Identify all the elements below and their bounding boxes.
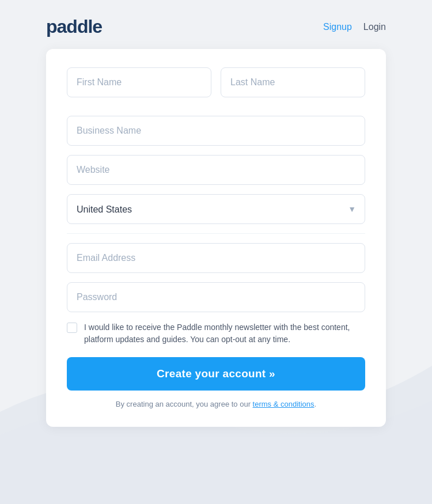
nav-login-link[interactable]: Login [363,22,386,32]
nav-links: Signup Login [323,22,386,32]
country-select[interactable]: United States United Kingdom Canada Aust… [67,194,365,224]
header: paddle Signup Login [0,0,432,49]
website-group [67,155,365,185]
signup-form: United States United Kingdom Canada Aust… [46,49,386,427]
business-name-input[interactable] [67,116,365,146]
page-container: paddle Signup Login Uni [0,0,432,504]
nav-signup-link[interactable]: Signup [323,22,352,32]
password-input[interactable] [67,282,365,312]
section-divider [67,233,365,234]
email-group [67,243,365,273]
terms-suffix: . [314,400,317,408]
password-group [67,282,365,312]
last-name-group [221,67,365,97]
last-name-input[interactable] [221,67,365,97]
email-input[interactable] [67,243,365,273]
name-row [67,67,365,107]
country-group: United States United Kingdom Canada Aust… [67,194,365,224]
terms-text: By creating an account, you agree to our… [67,400,365,408]
logo: paddle [46,16,102,37]
terms-prefix: By creating an account, you agree to our [116,400,253,408]
newsletter-checkbox-area: I would like to receive the Paddle month… [67,321,365,346]
terms-link[interactable]: terms & conditions [253,400,314,408]
country-select-wrapper: United States United Kingdom Canada Aust… [67,194,365,224]
newsletter-label[interactable]: I would like to receive the Paddle month… [84,321,365,346]
first-name-input[interactable] [67,67,211,97]
first-name-group [67,67,211,97]
business-name-group [67,116,365,146]
website-input[interactable] [67,155,365,185]
newsletter-checkbox[interactable] [67,323,77,333]
create-account-button[interactable]: Create your account » [67,357,365,391]
